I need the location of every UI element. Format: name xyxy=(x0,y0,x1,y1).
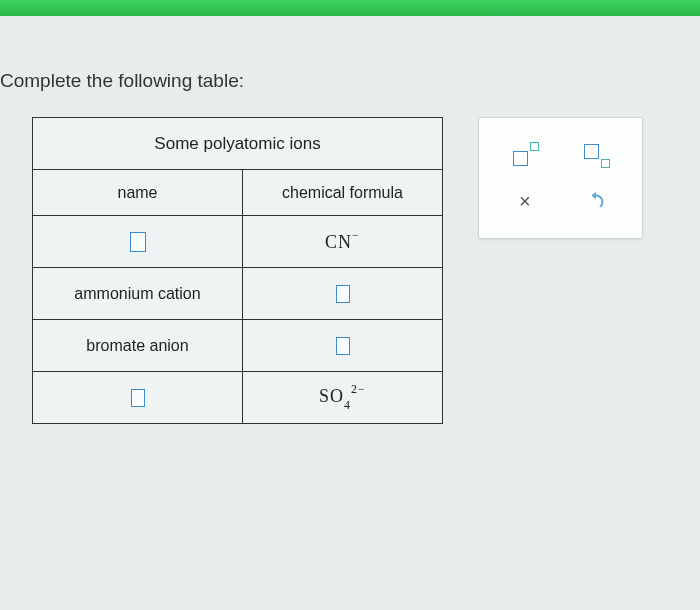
superscript-template-button[interactable] xyxy=(495,135,555,175)
formula-cell: SO42− xyxy=(243,372,443,424)
formula-superscript: 2− xyxy=(351,382,366,396)
table-row: ammonium cation xyxy=(33,268,443,320)
subscript-template-button[interactable] xyxy=(566,135,626,175)
table-row: bromate anion xyxy=(33,320,443,372)
name-input-cell[interactable] xyxy=(33,216,243,268)
content-area: Complete the following table: Some polya… xyxy=(0,0,700,424)
formula-input-cell[interactable] xyxy=(243,268,443,320)
tool-row-actions: × xyxy=(489,178,632,224)
formula-cell: CN− xyxy=(243,216,443,268)
clear-button[interactable]: × xyxy=(495,181,555,221)
name-input-cell[interactable] xyxy=(33,372,243,424)
answer-box-icon xyxy=(131,389,145,407)
undo-arrow-icon xyxy=(585,190,607,212)
header-name: name xyxy=(33,170,243,216)
tool-row-templates xyxy=(489,132,632,178)
answer-box-icon xyxy=(336,285,350,303)
reset-button[interactable] xyxy=(566,181,626,221)
x-icon: × xyxy=(519,191,531,211)
table-row: SO42− xyxy=(33,372,443,424)
formula-base: SO xyxy=(319,386,344,406)
formula-superscript: − xyxy=(352,228,360,242)
name-cell: ammonium cation xyxy=(33,268,243,320)
formula-text: CN− xyxy=(325,232,360,252)
formula-text: SO42− xyxy=(319,386,366,406)
answer-box-icon xyxy=(336,337,350,355)
table-row: CN− xyxy=(33,216,443,268)
polyatomic-ions-table: Some polyatomic ions name chemical formu… xyxy=(32,117,443,424)
subscript-icon xyxy=(582,143,610,167)
name-cell: bromate anion xyxy=(33,320,243,372)
header-formula: chemical formula xyxy=(243,170,443,216)
formula-input-cell[interactable] xyxy=(243,320,443,372)
question-prompt: Complete the following table: xyxy=(0,70,700,92)
main-row: Some polyatomic ions name chemical formu… xyxy=(0,117,700,424)
tool-panel: × xyxy=(478,117,643,239)
formula-subscript: 4 xyxy=(344,398,351,412)
superscript-icon xyxy=(511,143,539,167)
table-title: Some polyatomic ions xyxy=(33,118,443,170)
answer-box-icon xyxy=(130,232,146,252)
top-accent-bar xyxy=(0,0,700,16)
formula-base: CN xyxy=(325,232,352,252)
